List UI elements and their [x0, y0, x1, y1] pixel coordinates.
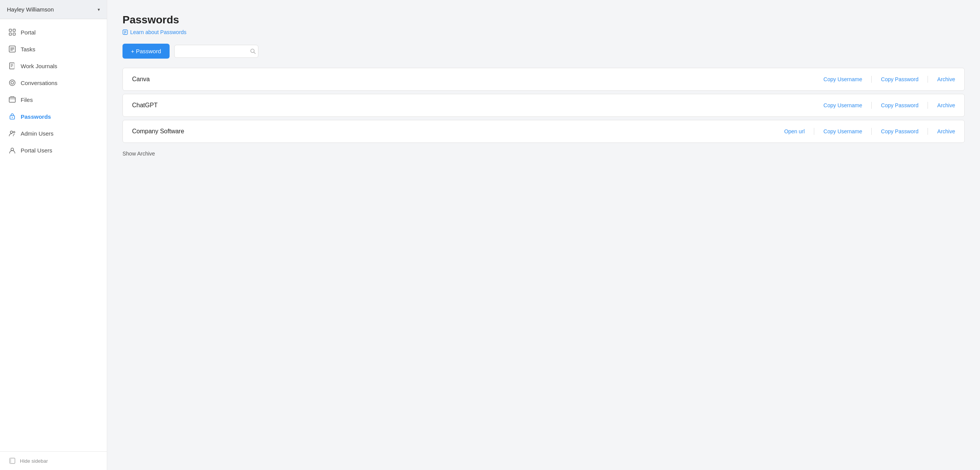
divider	[928, 76, 928, 83]
sidebar-nav: Portal Tasks	[0, 19, 107, 451]
password-row: ChatGPT Copy Username Copy Password Arch…	[122, 94, 965, 117]
hide-sidebar-button[interactable]: Hide sidebar	[0, 451, 107, 470]
learn-link-text: Learn about Passwords	[130, 29, 186, 35]
svg-rect-0	[9, 29, 11, 31]
svg-point-18	[10, 131, 13, 133]
password-actions: Copy Username Copy Password Archive	[823, 76, 955, 83]
sidebar-item-label: Admin Users	[21, 130, 54, 137]
sidebar-item-admin-users[interactable]: Admin Users	[0, 125, 107, 142]
hide-sidebar-label: Hide sidebar	[20, 458, 48, 464]
search-icon	[250, 48, 256, 54]
archive-button[interactable]: Archive	[937, 128, 955, 134]
password-row: Company Software Open url Copy Username …	[122, 120, 965, 143]
sidebar-item-files[interactable]: Files	[0, 91, 107, 108]
svg-rect-22	[10, 458, 11, 463]
copy-password-button[interactable]: Copy Password	[881, 76, 918, 82]
portal-users-icon	[8, 146, 16, 154]
sidebar-item-portal-users[interactable]: Portal Users	[0, 142, 107, 159]
svg-rect-3	[13, 33, 15, 35]
password-actions: Open url Copy Username Copy Password Arc…	[784, 128, 955, 135]
sidebar-item-label: Tasks	[21, 46, 35, 52]
sidebar-item-work-journals[interactable]: Work Journals	[0, 57, 107, 74]
learn-link[interactable]: Learn about Passwords	[122, 29, 186, 35]
divider	[871, 102, 872, 109]
sidebar-toggle-icon	[8, 457, 16, 465]
divider	[814, 128, 814, 135]
tasks-icon	[8, 45, 16, 53]
svg-rect-15	[9, 97, 15, 102]
show-archive-link[interactable]: Show Archive	[122, 149, 155, 158]
sidebar-item-tasks[interactable]: Tasks	[0, 41, 107, 57]
copy-username-button[interactable]: Copy Username	[823, 128, 862, 134]
conversations-icon	[8, 79, 16, 87]
password-row: Canva Copy Username Copy Password Archiv…	[122, 68, 965, 91]
admin-users-icon	[8, 129, 16, 137]
svg-rect-2	[9, 33, 11, 35]
sidebar-item-label: Portal	[21, 29, 36, 36]
divider	[871, 76, 872, 83]
files-icon	[8, 96, 16, 103]
sidebar-item-label: Portal Users	[21, 147, 52, 154]
copy-password-button[interactable]: Copy Password	[881, 102, 918, 108]
divider	[928, 128, 928, 135]
archive-button[interactable]: Archive	[937, 102, 955, 108]
sidebar: Hayley Williamson ▾ Portal	[0, 0, 107, 470]
divider	[871, 128, 872, 135]
add-password-button[interactable]: + Password	[122, 44, 170, 59]
chevron-down-icon: ▾	[98, 7, 100, 12]
divider	[928, 102, 928, 109]
svg-point-19	[13, 131, 15, 133]
copy-password-button[interactable]: Copy Password	[881, 128, 918, 134]
user-dropdown[interactable]: Hayley Williamson ▾	[0, 0, 107, 19]
sidebar-item-conversations[interactable]: Conversations	[0, 74, 107, 91]
password-name: Canva	[132, 76, 150, 83]
copy-username-button[interactable]: Copy Username	[823, 102, 862, 108]
main-content: Passwords Learn about Passwords + Passwo…	[107, 0, 980, 470]
sidebar-item-label: Passwords	[21, 113, 51, 120]
sidebar-item-label: Work Journals	[21, 63, 57, 69]
search-box	[174, 45, 258, 58]
open-url-button[interactable]: Open url	[784, 128, 805, 134]
svg-rect-8	[10, 63, 14, 69]
svg-rect-12	[14, 63, 15, 69]
password-actions: Copy Username Copy Password Archive	[823, 102, 955, 109]
svg-point-14	[11, 82, 14, 84]
svg-point-17	[12, 117, 13, 118]
svg-point-13	[10, 80, 15, 86]
svg-rect-1	[13, 29, 15, 31]
portal-icon	[8, 28, 16, 36]
learn-icon	[122, 29, 128, 35]
page-title: Passwords	[122, 14, 965, 26]
password-name: Company Software	[132, 128, 184, 135]
sidebar-item-passwords[interactable]: Passwords	[0, 108, 107, 125]
toolbar: + Password	[122, 44, 965, 59]
svg-line-28	[254, 52, 255, 54]
work-journals-icon	[8, 62, 16, 70]
password-list: Canva Copy Username Copy Password Archiv…	[122, 68, 965, 146]
passwords-icon	[8, 113, 16, 120]
sidebar-item-label: Conversations	[21, 80, 57, 86]
search-input[interactable]	[180, 48, 247, 54]
password-name: ChatGPT	[132, 102, 158, 109]
archive-button[interactable]: Archive	[937, 76, 955, 82]
user-name: Hayley Williamson	[7, 6, 54, 13]
copy-username-button[interactable]: Copy Username	[823, 76, 862, 82]
sidebar-item-label: Files	[21, 97, 33, 103]
sidebar-item-portal[interactable]: Portal	[0, 24, 107, 41]
